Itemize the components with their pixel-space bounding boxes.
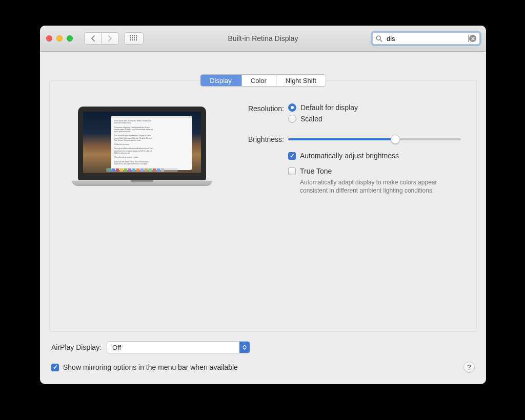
- checkbox-label: Show mirroring options in the menu bar w…: [63, 363, 238, 371]
- checkbox-label: True Tone: [300, 167, 332, 175]
- svg-rect-11: [136, 39, 137, 40]
- slider-thumb[interactable]: [391, 135, 400, 144]
- preferences-window: Built-in Retina Display Display Color Ni…: [40, 26, 486, 384]
- tab-label: Night Shift: [286, 77, 316, 85]
- back-button[interactable]: [84, 32, 102, 45]
- radio-label: Default for display: [300, 103, 358, 112]
- mirroring-checkbox[interactable]: Show mirroring options in the menu bar w…: [51, 363, 238, 371]
- svg-rect-0: [130, 35, 131, 36]
- forward-button[interactable]: [102, 32, 119, 45]
- radio-label: Scaled: [300, 115, 322, 123]
- svg-rect-8: [130, 39, 131, 40]
- svg-line-13: [380, 39, 382, 41]
- checkbox-label: Automatically adjust brightness: [300, 152, 399, 160]
- content: Display Color Night Shift Lorem ipsum do…: [40, 52, 486, 384]
- select-value: Off: [107, 344, 239, 351]
- radio-icon: [288, 115, 296, 123]
- search-input[interactable]: [387, 35, 469, 43]
- slider-fill: [288, 138, 395, 140]
- tab-label: Color: [251, 77, 267, 85]
- help-button[interactable]: ?: [463, 362, 475, 373]
- tab-display[interactable]: Display: [200, 75, 241, 86]
- auto-brightness-checkbox[interactable]: Automatically adjust brightness: [288, 152, 461, 160]
- search-box[interactable]: [372, 32, 480, 45]
- airplay-label: AirPlay Display:: [51, 343, 102, 351]
- chevron-left-icon: [91, 35, 95, 41]
- stepper-icon: [239, 342, 250, 353]
- svg-rect-5: [132, 37, 133, 38]
- nav-buttons: [84, 32, 119, 45]
- true-tone-checkbox[interactable]: True Tone: [288, 167, 461, 175]
- display-preview: Lorem ipsum dolor sit amet nisi. Tempor.…: [65, 103, 219, 203]
- tab-color[interactable]: Color: [241, 75, 276, 86]
- chevron-right-icon: [108, 35, 112, 41]
- svg-rect-6: [134, 37, 135, 38]
- radio-icon: [288, 103, 296, 112]
- traffic-lights: [46, 35, 73, 41]
- true-tone-description: Automatically adapt display to make colo…: [300, 178, 461, 195]
- svg-rect-7: [136, 37, 137, 38]
- svg-rect-2: [134, 35, 135, 36]
- footer: AirPlay Display: Off Show mirroring opti…: [40, 338, 486, 384]
- close-icon: [471, 37, 475, 40]
- clear-search-button[interactable]: [469, 35, 476, 42]
- resolution-label: Resolution:: [234, 103, 288, 126]
- svg-rect-3: [136, 35, 137, 36]
- tab-label: Display: [210, 77, 232, 85]
- search-icon: [376, 35, 382, 42]
- checkbox-icon: [288, 167, 296, 175]
- tab-bar: Display Color Night Shift: [200, 74, 326, 87]
- checkbox-icon: [288, 152, 296, 160]
- settings-panel: Display Color Night Shift Lorem ipsum do…: [49, 80, 477, 332]
- checkbox-icon: [51, 364, 59, 371]
- svg-rect-9: [132, 39, 133, 40]
- titlebar: Built-in Retina Display: [40, 26, 486, 52]
- show-all-button[interactable]: [124, 32, 144, 45]
- brightness-slider[interactable]: [288, 138, 461, 140]
- svg-rect-1: [132, 35, 133, 36]
- brightness-label: Brightness:: [234, 134, 288, 195]
- close-button[interactable]: [46, 35, 52, 41]
- tab-night-shift[interactable]: Night Shift: [276, 75, 326, 86]
- airplay-select[interactable]: Off: [107, 341, 250, 353]
- svg-rect-4: [130, 37, 131, 38]
- grid-icon: [130, 35, 138, 41]
- resolution-scaled-radio[interactable]: Scaled: [288, 115, 461, 123]
- minimize-button[interactable]: [56, 35, 63, 41]
- svg-rect-10: [134, 39, 135, 40]
- resolution-default-radio[interactable]: Default for display: [288, 103, 461, 112]
- window-title: Built-in Retina Display: [228, 34, 298, 43]
- zoom-button[interactable]: [67, 35, 73, 41]
